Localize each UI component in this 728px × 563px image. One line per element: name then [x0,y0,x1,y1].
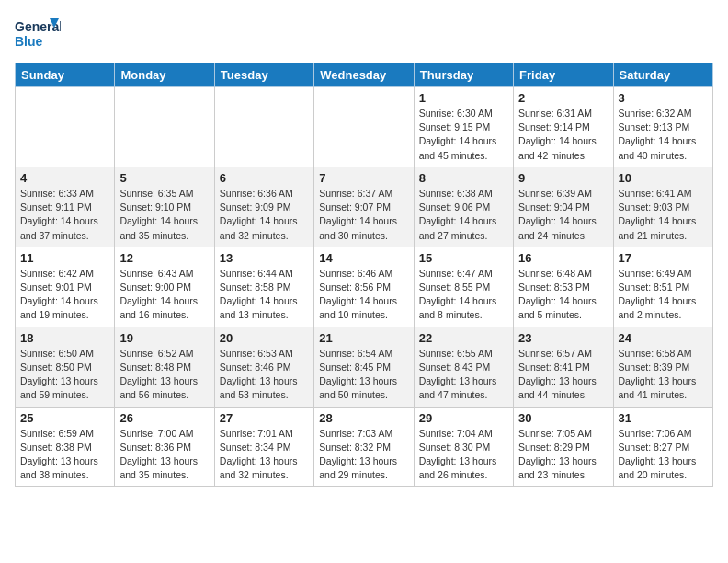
day-info: Sunrise: 6:53 AM Sunset: 8:46 PM Dayligh… [220,347,309,403]
page-header: GeneralBlue [15,15,713,53]
calendar-cell: 9Sunrise: 6:39 AM Sunset: 9:04 PM Daylig… [514,167,613,247]
day-info: Sunrise: 6:42 AM Sunset: 9:01 PM Dayligh… [20,267,109,323]
calendar-header-row: SundayMondayTuesdayWednesdayThursdayFrid… [16,63,713,87]
day-number: 24 [619,331,708,345]
day-info: Sunrise: 7:05 AM Sunset: 8:29 PM Dayligh… [518,427,608,483]
day-info: Sunrise: 6:33 AM Sunset: 9:11 PM Dayligh… [20,187,109,243]
weekday-header: Sunday [16,63,115,87]
day-number: 13 [220,251,309,265]
calendar-cell: 12Sunrise: 6:43 AM Sunset: 9:00 PM Dayli… [115,247,214,327]
day-number: 4 [20,171,109,185]
logo-svg: GeneralBlue [15,15,61,53]
day-number: 1 [419,91,508,105]
day-number: 10 [619,171,708,185]
day-info: Sunrise: 6:35 AM Sunset: 9:10 PM Dayligh… [119,187,209,243]
day-info: Sunrise: 6:57 AM Sunset: 8:41 PM Dayligh… [518,347,608,403]
calendar-cell: 28Sunrise: 7:03 AM Sunset: 8:32 PM Dayli… [314,407,414,487]
calendar-cell [115,87,214,167]
calendar-cell: 8Sunrise: 6:38 AM Sunset: 9:06 PM Daylig… [414,167,513,247]
calendar-cell: 21Sunrise: 6:54 AM Sunset: 8:45 PM Dayli… [314,327,414,407]
calendar-week-row: 4Sunrise: 6:33 AM Sunset: 9:11 PM Daylig… [16,167,713,247]
day-info: Sunrise: 6:43 AM Sunset: 9:00 PM Dayligh… [119,267,209,323]
day-number: 31 [619,411,708,425]
day-info: Sunrise: 6:39 AM Sunset: 9:04 PM Dayligh… [518,187,608,243]
weekday-header: Tuesday [214,63,313,87]
calendar-cell: 7Sunrise: 6:37 AM Sunset: 9:07 PM Daylig… [314,167,414,247]
day-info: Sunrise: 6:49 AM Sunset: 8:51 PM Dayligh… [619,267,708,323]
calendar-cell: 22Sunrise: 6:55 AM Sunset: 8:43 PM Dayli… [414,327,513,407]
day-info: Sunrise: 6:58 AM Sunset: 8:39 PM Dayligh… [619,347,708,403]
day-number: 21 [319,331,408,345]
day-info: Sunrise: 7:06 AM Sunset: 8:27 PM Dayligh… [619,427,708,483]
calendar-week-row: 11Sunrise: 6:42 AM Sunset: 9:01 PM Dayli… [16,247,713,327]
day-info: Sunrise: 6:38 AM Sunset: 9:06 PM Dayligh… [419,187,508,243]
calendar-cell: 15Sunrise: 6:47 AM Sunset: 8:55 PM Dayli… [414,247,513,327]
calendar-week-row: 1Sunrise: 6:30 AM Sunset: 9:15 PM Daylig… [16,87,713,167]
calendar-cell [16,87,115,167]
day-number: 27 [220,411,309,425]
day-info: Sunrise: 6:31 AM Sunset: 9:14 PM Dayligh… [518,107,608,163]
calendar-cell: 11Sunrise: 6:42 AM Sunset: 9:01 PM Dayli… [16,247,115,327]
day-info: Sunrise: 6:32 AM Sunset: 9:13 PM Dayligh… [619,107,708,163]
calendar-cell: 2Sunrise: 6:31 AM Sunset: 9:14 PM Daylig… [514,87,613,167]
day-info: Sunrise: 6:55 AM Sunset: 8:43 PM Dayligh… [419,347,508,403]
calendar-cell: 20Sunrise: 6:53 AM Sunset: 8:46 PM Dayli… [214,327,313,407]
day-number: 16 [518,251,608,265]
day-number: 22 [419,331,508,345]
calendar-cell: 24Sunrise: 6:58 AM Sunset: 8:39 PM Dayli… [613,327,712,407]
day-info: Sunrise: 6:46 AM Sunset: 8:56 PM Dayligh… [319,267,408,323]
day-number: 18 [20,331,109,345]
weekday-header: Wednesday [314,63,414,87]
calendar-cell: 10Sunrise: 6:41 AM Sunset: 9:03 PM Dayli… [613,167,712,247]
day-number: 19 [119,331,209,345]
day-info: Sunrise: 6:37 AM Sunset: 9:07 PM Dayligh… [319,187,408,243]
day-number: 15 [419,251,508,265]
day-info: Sunrise: 6:48 AM Sunset: 8:53 PM Dayligh… [518,267,608,323]
day-number: 7 [319,171,408,185]
day-info: Sunrise: 7:04 AM Sunset: 8:30 PM Dayligh… [419,427,508,483]
day-info: Sunrise: 7:01 AM Sunset: 8:34 PM Dayligh… [220,427,309,483]
calendar-cell: 25Sunrise: 6:59 AM Sunset: 8:38 PM Dayli… [16,407,115,487]
calendar-cell: 5Sunrise: 6:35 AM Sunset: 9:10 PM Daylig… [115,167,214,247]
calendar-cell: 31Sunrise: 7:06 AM Sunset: 8:27 PM Dayli… [613,407,712,487]
calendar-cell: 27Sunrise: 7:01 AM Sunset: 8:34 PM Dayli… [214,407,313,487]
day-info: Sunrise: 6:36 AM Sunset: 9:09 PM Dayligh… [220,187,309,243]
day-info: Sunrise: 7:00 AM Sunset: 8:36 PM Dayligh… [119,427,209,483]
calendar-table: SundayMondayTuesdayWednesdayThursdayFrid… [15,63,713,487]
day-number: 29 [419,411,508,425]
calendar-cell: 29Sunrise: 7:04 AM Sunset: 8:30 PM Dayli… [414,407,513,487]
day-number: 3 [619,91,708,105]
day-info: Sunrise: 7:03 AM Sunset: 8:32 PM Dayligh… [319,427,408,483]
calendar-week-row: 18Sunrise: 6:50 AM Sunset: 8:50 PM Dayli… [16,327,713,407]
day-number: 9 [518,171,608,185]
calendar-cell: 26Sunrise: 7:00 AM Sunset: 8:36 PM Dayli… [115,407,214,487]
weekday-header: Thursday [414,63,513,87]
calendar-cell: 30Sunrise: 7:05 AM Sunset: 8:29 PM Dayli… [514,407,613,487]
day-number: 6 [220,171,309,185]
day-number: 28 [319,411,408,425]
calendar-cell [214,87,313,167]
day-number: 26 [119,411,209,425]
calendar-cell: 18Sunrise: 6:50 AM Sunset: 8:50 PM Dayli… [16,327,115,407]
day-info: Sunrise: 6:59 AM Sunset: 8:38 PM Dayligh… [20,427,109,483]
day-number: 30 [518,411,608,425]
calendar-cell: 17Sunrise: 6:49 AM Sunset: 8:51 PM Dayli… [613,247,712,327]
calendar-cell: 19Sunrise: 6:52 AM Sunset: 8:48 PM Dayli… [115,327,214,407]
calendar-cell [314,87,414,167]
day-number: 8 [419,171,508,185]
weekday-header: Monday [115,63,214,87]
calendar-cell: 23Sunrise: 6:57 AM Sunset: 8:41 PM Dayli… [514,327,613,407]
logo: GeneralBlue [15,15,61,53]
svg-text:Blue: Blue [15,34,43,49]
calendar-week-row: 25Sunrise: 6:59 AM Sunset: 8:38 PM Dayli… [16,407,713,487]
weekday-header: Saturday [613,63,712,87]
calendar-cell: 13Sunrise: 6:44 AM Sunset: 8:58 PM Dayli… [214,247,313,327]
day-number: 12 [119,251,209,265]
calendar-cell: 3Sunrise: 6:32 AM Sunset: 9:13 PM Daylig… [613,87,712,167]
day-number: 5 [119,171,209,185]
weekday-header: Friday [514,63,613,87]
day-info: Sunrise: 6:52 AM Sunset: 8:48 PM Dayligh… [119,347,209,403]
day-info: Sunrise: 6:50 AM Sunset: 8:50 PM Dayligh… [20,347,109,403]
calendar-cell: 4Sunrise: 6:33 AM Sunset: 9:11 PM Daylig… [16,167,115,247]
day-number: 20 [220,331,309,345]
